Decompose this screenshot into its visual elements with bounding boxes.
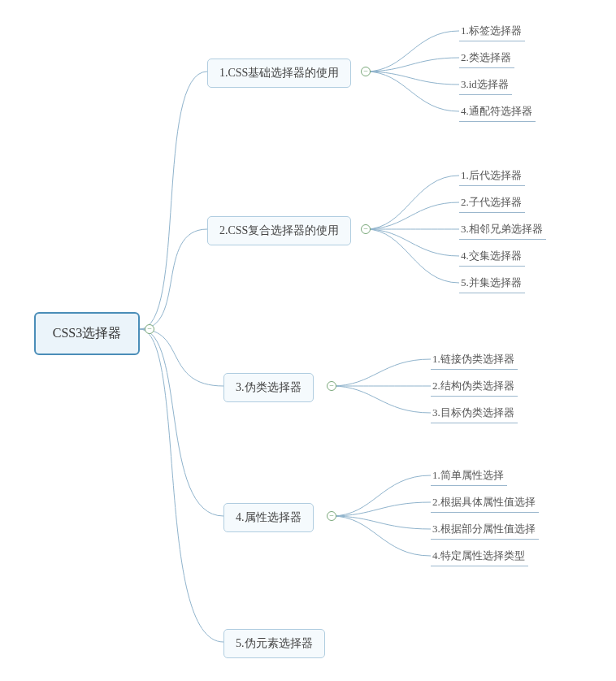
leaf-node-4-3[interactable]: 3.根据部分属性值选择 xyxy=(431,519,539,540)
leaf-node-3-1[interactable]: 1.链接伪类选择器 xyxy=(431,349,518,370)
collapse-toggle-branch-3[interactable] xyxy=(327,381,336,391)
leaf-node-2-3[interactable]: 3.相邻兄弟选择器 xyxy=(459,219,546,240)
leaf-node-3-3[interactable]: 3.目标伪类选择器 xyxy=(431,403,518,423)
collapse-toggle-branch-1[interactable] xyxy=(361,67,371,76)
root-node[interactable]: CSS3选择器 xyxy=(34,312,140,355)
branch-node-3[interactable]: 3.伪类选择器 xyxy=(223,373,314,402)
leaf-node-4-4[interactable]: 4.特定属性选择类型 xyxy=(431,546,528,566)
collapse-toggle-branch-4[interactable] xyxy=(327,511,336,521)
branch-node-1[interactable]: 1.CSS基础选择器的使用 xyxy=(207,59,351,88)
leaf-node-1-2[interactable]: 2.类选择器 xyxy=(459,48,514,68)
branch-node-4[interactable]: 4.属性选择器 xyxy=(223,503,314,532)
leaf-node-1-1[interactable]: 1.标签选择器 xyxy=(459,21,525,41)
leaf-node-2-2[interactable]: 2.子代选择器 xyxy=(459,193,525,213)
leaf-node-4-2[interactable]: 2.根据具体属性值选择 xyxy=(431,492,539,513)
leaf-node-1-3[interactable]: 3.id选择器 xyxy=(459,75,512,95)
leaf-node-2-1[interactable]: 1.后代选择器 xyxy=(459,166,525,186)
collapse-toggle-root[interactable] xyxy=(145,324,154,334)
leaf-node-4-1[interactable]: 1.简单属性选择 xyxy=(431,466,507,486)
leaf-node-1-4[interactable]: 4.通配符选择器 xyxy=(459,102,536,122)
mindmap-canvas: CSS3选择器 1.CSS基础选择器的使用 1.标签选择器 2.类选择器 3.i… xyxy=(0,0,616,681)
branch-node-2[interactable]: 2.CSS复合选择器的使用 xyxy=(207,216,351,245)
leaf-node-2-5[interactable]: 5.并集选择器 xyxy=(459,273,525,293)
branch-node-5[interactable]: 5.伪元素选择器 xyxy=(223,629,325,658)
leaf-node-2-4[interactable]: 4.交集选择器 xyxy=(459,246,525,267)
collapse-toggle-branch-2[interactable] xyxy=(361,224,371,234)
leaf-node-3-2[interactable]: 2.结构伪类选择器 xyxy=(431,376,518,397)
